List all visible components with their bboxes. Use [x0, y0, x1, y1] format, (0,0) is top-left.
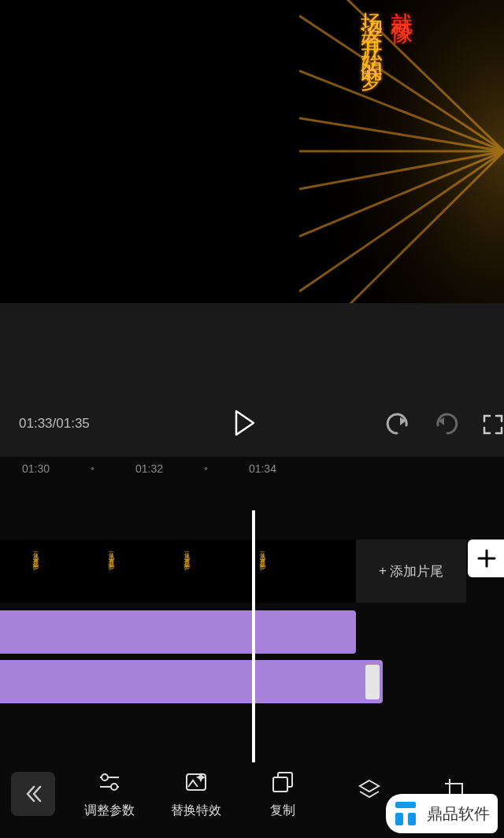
fullscreen-button[interactable] [482, 413, 504, 436]
effect-track-1[interactable] [0, 610, 356, 654]
watermark-text: 鼎品软件 [427, 803, 490, 825]
video-track[interactable]: 像一场没有开始的梦 像一场没有开始的梦 像一场没有开始的梦 像一场没有开始的梦 [0, 540, 356, 603]
ruler-dot: • [204, 462, 208, 475]
undo-button[interactable] [383, 410, 411, 436]
svg-rect-14 [273, 777, 287, 792]
brand-logo-icon [389, 797, 422, 830]
ruler-tick: 01:34 [249, 462, 276, 475]
clip-thumb[interactable] [302, 540, 356, 603]
svg-point-10 [102, 774, 108, 781]
ruler-dot: • [91, 462, 94, 475]
watermark-badge: 鼎品软件 [386, 794, 498, 833]
clip-thumb[interactable]: 像一场没有开始的梦 [76, 540, 151, 603]
preview-vertical-text: 就像一 场没有开始的梦 [356, 0, 416, 61]
copy-button[interactable]: 复制 [239, 769, 326, 819]
svg-rect-15 [395, 802, 416, 808]
svg-point-11 [111, 784, 117, 790]
play-button[interactable] [233, 410, 255, 436]
redo-button[interactable] [433, 410, 461, 436]
plus-icon [476, 547, 498, 569]
plus-icon: + [379, 563, 387, 579]
clip-thumb[interactable]: 像一场没有开始的梦 [227, 540, 302, 603]
playhead[interactable] [252, 510, 255, 762]
video-preview[interactable]: 就像一 场没有开始的梦 [0, 0, 504, 303]
chevron-left-double-icon [23, 784, 43, 804]
replace-effect-button[interactable]: 替换特效 [153, 769, 239, 819]
add-clip-button[interactable] [468, 540, 504, 577]
clip-thumb[interactable]: 像一场没有开始的梦 [0, 540, 76, 603]
clip-handle[interactable] [365, 665, 380, 699]
layers-icon [357, 777, 382, 803]
collapse-button[interactable] [11, 772, 55, 816]
timeline-ruler[interactable]: 01:30 • 01:32 • 01:34 [0, 457, 504, 480]
effect-track-2[interactable] [0, 660, 383, 703]
ruler-tick: 01:32 [135, 462, 163, 475]
add-ending-button[interactable]: + 添加片尾 [356, 540, 466, 603]
copy-icon [270, 769, 295, 795]
timeline-area[interactable]: 像一场没有开始的梦 像一场没有开始的梦 像一场没有开始的梦 像一场没有开始的梦 … [0, 480, 504, 748]
sparkle-image-icon [183, 769, 209, 795]
svg-rect-17 [408, 813, 416, 825]
time-display: 01:33/01:35 [19, 416, 90, 432]
ruler-tick: 01:30 [22, 462, 50, 475]
clip-thumb[interactable]: 像一场没有开始的梦 [151, 540, 227, 603]
playback-controls: 01:33/01:35 [0, 303, 504, 457]
svg-rect-16 [395, 813, 403, 825]
adjust-params-button[interactable]: 调整参数 [66, 769, 153, 819]
sliders-icon [97, 769, 122, 795]
